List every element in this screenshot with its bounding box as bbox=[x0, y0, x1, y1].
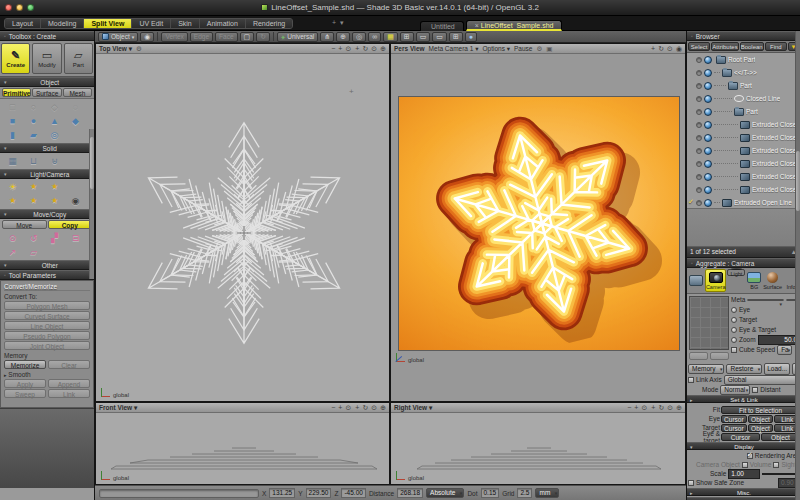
vertex-mode-button[interactable]: Vertex bbox=[161, 32, 187, 42]
target-tool-icon[interactable]: ⊕ bbox=[336, 32, 350, 42]
tree-item-extruded-closed[interactable]: Extruded Closed bbox=[687, 118, 800, 131]
convert-button[interactable]: Curved Surface bbox=[4, 311, 90, 320]
browser-tab-attributes[interactable]: Attributes bbox=[711, 42, 738, 51]
memorize-button[interactable]: Memorize bbox=[4, 360, 46, 369]
preview-button-1[interactable] bbox=[689, 352, 708, 360]
nav-control-icon[interactable]: ↻ bbox=[658, 404, 664, 412]
render-flag-toggle[interactable] bbox=[696, 161, 702, 167]
part-mode-button[interactable]: ▱Part bbox=[64, 43, 93, 74]
solid-section-header[interactable]: ▾Solid bbox=[0, 143, 94, 153]
material-ball-icon[interactable] bbox=[704, 173, 712, 181]
nav-control-icon[interactable]: ⊙ bbox=[667, 45, 673, 53]
skeleton-tool-icon[interactable]: ⋔ bbox=[320, 32, 334, 42]
tree-item-extruded-open-line[interactable]: Extruded Open Line bbox=[687, 196, 800, 209]
link-axis-dropdown[interactable]: Global bbox=[724, 375, 800, 385]
material-ball-icon[interactable] bbox=[704, 69, 712, 77]
nav-control-icon[interactable]: ↻ bbox=[658, 45, 664, 53]
arc-icon[interactable]: ○ bbox=[23, 100, 44, 113]
material-ball-icon[interactable] bbox=[704, 121, 712, 129]
aggregate-tab-camera[interactable]: Camera bbox=[705, 269, 727, 292]
mirror-tool-icon[interactable]: ∞ bbox=[368, 32, 381, 42]
zoom-value-field[interactable]: 50.0 bbox=[758, 335, 800, 345]
volume-checkbox[interactable] bbox=[742, 462, 748, 468]
globe-tool-icon[interactable]: ◎ bbox=[352, 32, 366, 42]
close-tab-icon[interactable]: × bbox=[475, 22, 479, 29]
torus-icon[interactable]: ◎ bbox=[44, 128, 65, 141]
material-ball-icon[interactable] bbox=[704, 95, 712, 103]
array-tool-icon[interactable]: ⊟ bbox=[65, 231, 86, 244]
right-panel-scrollbar[interactable] bbox=[795, 31, 800, 500]
solid-union-icon[interactable]: ⊎ bbox=[44, 154, 65, 167]
nav-control-icon[interactable]: ⊕ bbox=[380, 404, 386, 412]
face-mode-button[interactable]: Face bbox=[215, 32, 237, 42]
marquee-select-button[interactable]: ▢ bbox=[240, 32, 255, 42]
scale-tool-icon[interactable]: ⊙ bbox=[2, 231, 23, 244]
circle-icon[interactable]: ◌ bbox=[65, 100, 86, 113]
tree-item-extruded-closed[interactable]: Extruded Closed bbox=[687, 157, 800, 170]
convert-button[interactable]: Joint Object bbox=[4, 341, 90, 350]
nav-control-icon[interactable]: ↻ bbox=[362, 404, 368, 412]
solid-cup-icon[interactable]: ⊔ bbox=[23, 154, 44, 167]
nav-control-icon[interactable]: ⊙ bbox=[371, 45, 377, 53]
unit-dropdown[interactable]: mm bbox=[535, 488, 559, 498]
view-gear-icon[interactable]: ⚙ bbox=[136, 45, 142, 53]
aggregate-tab-object[interactable] bbox=[688, 269, 704, 292]
top-viewport[interactable]: + Top View ▾ ⚙ −+⊙ +↻⊙⊕ global bbox=[95, 43, 390, 402]
flag-icon[interactable]: ▣ bbox=[546, 45, 552, 53]
front-viewport[interactable]: Front View ▾ −+⊙ +↻⊙⊕ global bbox=[95, 402, 390, 485]
material-ball-icon[interactable] bbox=[704, 134, 712, 142]
smooth-apply-button[interactable]: Apply bbox=[4, 379, 46, 388]
tree-empty-area[interactable] bbox=[687, 209, 800, 247]
nav-control-icon[interactable]: + bbox=[355, 404, 359, 412]
render-flag-toggle[interactable] bbox=[696, 187, 702, 193]
nav-control-icon[interactable]: ⊕ bbox=[676, 404, 682, 412]
view-type-dropdown[interactable]: Front View ▾ bbox=[99, 404, 137, 412]
nav-control-icon[interactable]: + bbox=[355, 45, 359, 53]
view-type-dropdown[interactable]: Top View ▾ bbox=[99, 45, 132, 53]
material-ball-icon[interactable] bbox=[704, 186, 712, 194]
light-camera-section-header[interactable]: ▾Light/Camera bbox=[0, 169, 94, 179]
tree-item-part[interactable]: Part bbox=[687, 79, 800, 92]
disk-icon[interactable]: □ bbox=[2, 100, 23, 113]
workspace-tab[interactable]: UV Edit bbox=[132, 19, 171, 28]
create-mode-button[interactable]: ✎Create bbox=[1, 43, 30, 74]
view-gear-icon[interactable]: ⚙ bbox=[536, 45, 542, 53]
render-flag-toggle[interactable] bbox=[696, 200, 702, 206]
nav-control-icon[interactable]: ↻ bbox=[362, 45, 368, 53]
tree-item-root-part[interactable]: Root Part bbox=[687, 53, 800, 66]
workspace-tab[interactable]: Rendering bbox=[246, 19, 292, 28]
misc-section-header[interactable]: ▸Misc. bbox=[687, 488, 800, 496]
workspace-tab[interactable]: Modeling bbox=[41, 19, 84, 28]
preview-button-2[interactable] bbox=[710, 352, 729, 360]
camera-preview[interactable] bbox=[689, 296, 729, 350]
smooth-sweep-button[interactable]: Sweep bbox=[4, 389, 46, 398]
smooth-link-button[interactable]: Link bbox=[48, 389, 90, 398]
rendering-area-checkbox[interactable] bbox=[747, 453, 753, 459]
eye-target-radio[interactable] bbox=[731, 327, 737, 333]
nav-control-icon[interactable]: ⊕ bbox=[380, 45, 386, 53]
tree-item-named-part[interactable]: <</T->> bbox=[687, 66, 800, 79]
render-flag-toggle[interactable] bbox=[696, 70, 702, 76]
render-flag-toggle[interactable] bbox=[696, 135, 702, 141]
workspace-tab[interactable]: Animation bbox=[200, 19, 246, 28]
other-section-header[interactable]: ▾Other bbox=[0, 260, 94, 270]
add-workspace-button[interactable]: + bbox=[332, 19, 336, 27]
view-type-dropdown[interactable]: Pers View bbox=[394, 45, 425, 52]
material-ball-icon[interactable] bbox=[704, 147, 712, 155]
workspace-tab[interactable]: Split View bbox=[84, 19, 132, 28]
translate-tool-icon[interactable]: ↗ bbox=[2, 245, 23, 258]
display-section-header[interactable]: ▾Display bbox=[687, 442, 800, 450]
monitor-icon[interactable]: ▭ bbox=[416, 32, 431, 42]
spot-light-icon[interactable]: ★ bbox=[23, 180, 44, 193]
linear-light-icon[interactable]: ★ bbox=[23, 194, 44, 207]
pers-viewport[interactable]: Pers View Meta Camera 1 ▾ Options ▾ Paus… bbox=[390, 43, 686, 402]
duplicate-tool-icon[interactable]: ▞ bbox=[44, 231, 65, 244]
render-flag-toggle[interactable] bbox=[696, 96, 702, 102]
minimize-window-button[interactable] bbox=[16, 4, 23, 11]
target-radio[interactable] bbox=[731, 317, 737, 323]
render-flag-toggle[interactable] bbox=[696, 57, 702, 63]
zoom-control-icon[interactable]: + bbox=[634, 404, 638, 412]
fit-to-selection-button[interactable]: Fit to Selection bbox=[721, 406, 800, 414]
coordinate-mode-dropdown[interactable]: Absolute bbox=[426, 488, 464, 498]
material-ball-icon[interactable] bbox=[704, 160, 712, 168]
